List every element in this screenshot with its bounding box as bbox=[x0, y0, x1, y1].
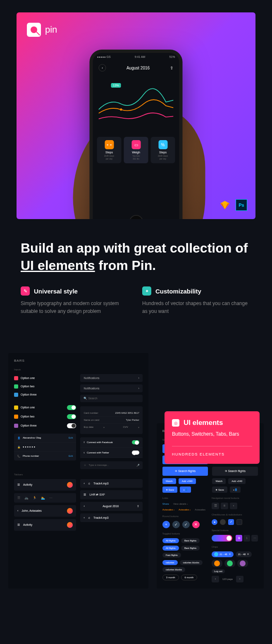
breadcrumb-link[interactable]: Aviasales › bbox=[179, 508, 191, 511]
pill-all-flights[interactable]: All flights bbox=[162, 538, 179, 543]
view-details-link[interactable]: View details › bbox=[173, 503, 188, 505]
bike-icon[interactable]: 🚲 bbox=[24, 496, 29, 500]
search-flights-icon-button-dark[interactable]: ✈ Search flights bbox=[212, 467, 258, 476]
toggle-switch[interactable] bbox=[132, 451, 139, 455]
chip[interactable]: 21 - 48✕ bbox=[236, 551, 252, 557]
edit-link[interactable]: Edit bbox=[69, 436, 73, 439]
menu-icon[interactable]: ☰ bbox=[17, 483, 20, 487]
pill[interactable]: calories blocks bbox=[162, 567, 185, 572]
activity-bar-2[interactable]: ☰Activity bbox=[14, 519, 76, 531]
edit-link[interactable]: Edit bbox=[69, 455, 73, 457]
pill[interactable]: Best flights bbox=[181, 546, 200, 551]
run-icon[interactable]: 🏃 bbox=[33, 496, 37, 500]
avatar-chip[interactable] bbox=[224, 560, 235, 567]
search-input[interactable]: 🔍 Search bbox=[80, 395, 142, 402]
check-circle-button[interactable]: ✓ bbox=[182, 521, 190, 528]
radio-checked[interactable]: ● bbox=[212, 519, 217, 525]
option-row[interactable]: Option two bbox=[14, 382, 76, 391]
stepper-next[interactable]: › bbox=[236, 576, 243, 582]
pill[interactable]: Fast flights bbox=[162, 553, 181, 558]
option-toggle[interactable]: Option two bbox=[14, 412, 76, 421]
more-icon[interactable]: ⋯ bbox=[49, 496, 52, 500]
chip-close-icon[interactable]: ✕ bbox=[247, 553, 249, 556]
chip-close-icon[interactable]: ✕ bbox=[229, 553, 231, 556]
option-row[interactable]: Option three bbox=[14, 391, 76, 399]
connect-twitter[interactable]: tConnect with Twitter bbox=[80, 448, 142, 458]
pill[interactable]: 3 month bbox=[162, 575, 179, 580]
connect-facebook[interactable]: fConnect with Facebook bbox=[80, 437, 142, 448]
search-flights-icon-button[interactable]: ✈ Search flights bbox=[162, 467, 208, 476]
track-bar[interactable]: ‹♫Track4.mp3 bbox=[80, 479, 142, 488]
option-row[interactable]: Option one bbox=[14, 374, 76, 382]
menu-icon[interactable]: ☰ bbox=[84, 493, 86, 496]
person-bar[interactable]: ‹John, Aviasales bbox=[14, 505, 76, 517]
avatar-chip[interactable] bbox=[237, 560, 248, 567]
logout-chip[interactable]: Log out bbox=[212, 569, 225, 573]
notification-bar[interactable]: Notifications› bbox=[80, 384, 142, 392]
checkbox-checked[interactable]: ✓ bbox=[228, 519, 234, 525]
tab-dots[interactable]: ⋯ bbox=[251, 535, 258, 541]
chevron-left-icon[interactable]: ‹ bbox=[84, 516, 84, 519]
add-button-dark[interactable]: Add +040 bbox=[228, 478, 246, 484]
stat-card-steps[interactable]: ⚬⚬ Steps 2639 steps per day bbox=[97, 137, 122, 163]
close-circle-button[interactable]: ✕ bbox=[192, 521, 200, 528]
watch-button[interactable]: Watch bbox=[162, 478, 176, 484]
menu-icon[interactable]: ☰ bbox=[17, 523, 20, 527]
stepper-prev[interactable]: ‹ bbox=[212, 576, 219, 582]
share-icon[interactable]: ⇧ bbox=[170, 66, 173, 70]
emoji-icon[interactable]: ☺ bbox=[84, 464, 86, 466]
avatar-chip[interactable] bbox=[212, 560, 222, 567]
save-button[interactable]: ★ Save bbox=[162, 487, 177, 493]
tab-1[interactable]: 1 bbox=[243, 535, 250, 541]
date-bar[interactable]: ‹August 2016⇧ bbox=[80, 502, 142, 511]
toggle-switch[interactable] bbox=[67, 423, 76, 428]
stat-card-weigh[interactable]: ▭ Weigh You lost 321 lbs bbox=[124, 137, 148, 163]
watch-button-dark[interactable]: Watch bbox=[212, 478, 226, 484]
list-item[interactable]: 📞Phone numberEdit bbox=[14, 452, 76, 460]
avatar[interactable] bbox=[67, 482, 73, 488]
mic-icon[interactable]: 🎤 bbox=[136, 464, 139, 467]
pill[interactable]: calories bbox=[162, 560, 178, 565]
chip[interactable]: 21 - 48✕ bbox=[212, 551, 234, 557]
option-toggle[interactable]: Option three bbox=[14, 421, 76, 430]
swim-icon[interactable]: 🏊 bbox=[41, 496, 45, 500]
option-toggle[interactable]: Option one bbox=[14, 403, 76, 412]
checkbox-unchecked[interactable] bbox=[236, 519, 242, 525]
track-bar-2[interactable]: ‹♫Track4.mp3 bbox=[80, 513, 142, 522]
add-user-button[interactable]: +👤 bbox=[180, 487, 191, 493]
save-button-dark[interactable]: ★ Save bbox=[212, 487, 227, 493]
avatar[interactable] bbox=[67, 508, 73, 514]
chevron-left-icon[interactable]: ‹ bbox=[17, 509, 18, 512]
chevron-left-icon[interactable]: ‹ bbox=[84, 482, 84, 485]
radio-unchecked[interactable] bbox=[220, 519, 226, 525]
pill[interactable]: All flights bbox=[162, 546, 179, 551]
tab-copy[interactable]: ⧉ bbox=[236, 535, 242, 541]
plus-circle-button[interactable]: + bbox=[162, 521, 170, 528]
route-bar[interactable]: ☰LHR ⇄ SXF bbox=[80, 490, 142, 499]
toggle-switch[interactable] bbox=[132, 440, 139, 444]
gradient-slider[interactable] bbox=[212, 535, 232, 541]
notification-bar[interactable]: Notifications› bbox=[80, 374, 142, 382]
add-user-button-dark[interactable]: +👤 bbox=[230, 487, 241, 493]
share-link[interactable]: Share bbox=[162, 503, 169, 505]
toggle-switch[interactable] bbox=[67, 414, 76, 419]
share-icon[interactable]: ⇧ bbox=[137, 505, 139, 508]
list-item[interactable]: 👤Alexandrov OlegEdit bbox=[14, 434, 76, 443]
chevron-left-icon[interactable]: ‹ bbox=[84, 505, 84, 508]
pill-best-flights[interactable]: Best flights bbox=[181, 538, 200, 543]
pill[interactable]: 6 month bbox=[181, 575, 198, 580]
nav-menu-button[interactable]: ☰ bbox=[212, 503, 219, 509]
menu-icon[interactable]: ☰ bbox=[17, 496, 20, 500]
toggle-switch[interactable] bbox=[67, 405, 76, 410]
check-circle-button[interactable]: ✓ bbox=[172, 521, 180, 528]
add-button[interactable]: Add +040 bbox=[179, 478, 196, 484]
avatar[interactable] bbox=[67, 522, 73, 528]
message-input[interactable]: ☺Type a message...🎤 bbox=[80, 461, 142, 469]
nav-back-button[interactable]: ‹ bbox=[230, 503, 237, 509]
stat-card-steps-2[interactable]: % Steps 2639 steps per day bbox=[151, 137, 175, 163]
activity-bar[interactable]: ☰Activity bbox=[14, 479, 76, 491]
breadcrumb-link[interactable]: Aviasales › bbox=[162, 508, 174, 511]
pill[interactable]: calories blocks bbox=[180, 560, 203, 565]
back-button[interactable]: ‹ bbox=[99, 64, 106, 72]
list-item[interactable]: 🔒● ● ● ● ● ● bbox=[14, 443, 76, 452]
